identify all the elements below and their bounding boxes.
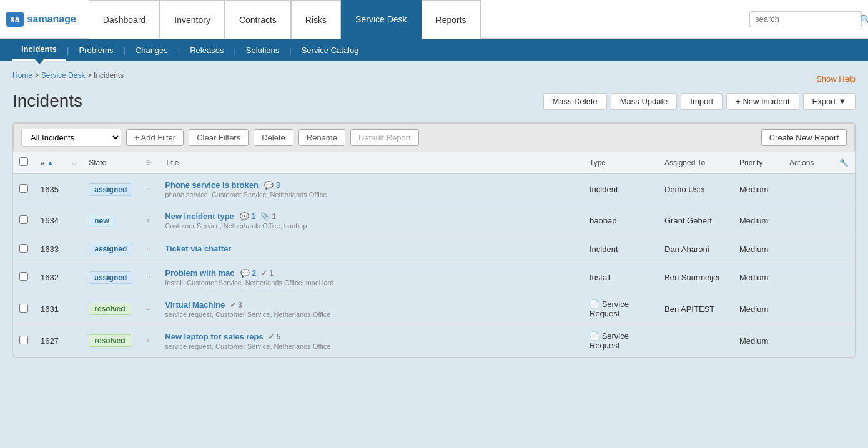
nav-tab-dashboard[interactable]: Dashboard: [89, 0, 160, 39]
row-checkbox[interactable]: [19, 184, 28, 193]
incident-title-link[interactable]: New laptop for sales reps ✓ 5: [165, 332, 280, 341]
check-icon: ✓ 3: [230, 301, 242, 309]
incident-title-link[interactable]: Phone service is broken 💬 3: [165, 180, 280, 190]
eye-icon: ⚬: [145, 336, 152, 346]
row-title: Ticket via chatter: [159, 236, 583, 262]
row-priority: Medium: [733, 262, 783, 293]
show-help-link[interactable]: Show Help: [816, 74, 856, 84]
incident-title-link[interactable]: New incident type 💬 1 📎 1: [165, 212, 276, 221]
chat-icon: 💬 3: [264, 181, 280, 190]
col-header-actions: Actions: [783, 152, 833, 173]
incident-title-link[interactable]: Problem with mac 💬 2 ✓ 1: [165, 268, 274, 278]
state-badge: assigned: [89, 271, 132, 284]
row-type: 📄 Service Request: [583, 293, 658, 325]
subnav-incidents[interactable]: Incidents: [12, 39, 66, 61]
subnav-problems[interactable]: Problems: [70, 39, 122, 61]
row-title: Virtual Machine ✓ 3 service request, Cus…: [159, 293, 583, 325]
eye-icon: 👁: [145, 158, 152, 167]
row-check: [13, 293, 34, 325]
eye-icon: ⚬: [145, 185, 152, 194]
table-row: 1631 resolved ⚬ Virtual Machine ✓ 3 serv…: [13, 293, 855, 325]
page-header: Incidents Mass Delete Mass Update Import…: [12, 91, 856, 111]
table-header-row: # ▲ ○ State 👁 Title Type Assigned To Pri…: [13, 152, 855, 173]
filter-bar: All Incidents + Add Filter Clear Filters…: [13, 123, 855, 152]
row-checkbox[interactable]: [19, 244, 28, 253]
subnav-sep-3: |: [177, 46, 181, 55]
sub-navigation: Incidents | Problems | Changes | Release…: [0, 39, 868, 61]
row-checkbox[interactable]: [19, 336, 28, 344]
eye-icon: ⚬: [145, 245, 152, 254]
import-button[interactable]: Import: [681, 93, 723, 110]
row-state: resolved: [82, 325, 139, 357]
row-state: new: [82, 205, 139, 236]
row-assigned: Ben Suurmeijer: [658, 262, 733, 293]
subnav-servicecatalog[interactable]: Service Catalog: [293, 39, 368, 61]
add-filter-button[interactable]: + Add Filter: [126, 129, 184, 146]
col-header-wrench[interactable]: 🔧: [833, 152, 855, 173]
nav-tab-risks[interactable]: Risks: [291, 0, 341, 39]
col-header-id[interactable]: # ▲: [34, 152, 66, 173]
select-all-checkbox[interactable]: [19, 157, 28, 166]
row-checkbox[interactable]: [19, 215, 28, 224]
row-id: 1631: [34, 293, 66, 325]
export-label: Export: [812, 97, 836, 106]
incidents-table-wrapper: All Incidents + Add Filter Clear Filters…: [12, 122, 856, 358]
incident-title-link[interactable]: Virtual Machine ✓ 3: [165, 300, 242, 309]
row-sort: [66, 293, 82, 325]
state-badge: new: [89, 215, 114, 227]
table-row: 1635 assigned ⚬ Phone service is broken …: [13, 173, 855, 205]
nav-tab-contracts[interactable]: Contracts: [225, 0, 291, 39]
row-eye: ⚬: [139, 205, 159, 236]
create-new-report-button[interactable]: Create New Report: [761, 129, 847, 146]
incident-filter-select[interactable]: All Incidents: [21, 129, 121, 147]
subnav-releases[interactable]: Releases: [181, 39, 232, 61]
row-assigned: [658, 325, 733, 357]
search-input[interactable]: [755, 14, 860, 24]
nav-tab-inventory[interactable]: Inventory: [160, 0, 225, 39]
incident-title-link[interactable]: Ticket via chatter: [165, 244, 231, 253]
logo-name: samanage: [27, 14, 76, 25]
mass-update-button[interactable]: Mass Update: [611, 93, 678, 110]
nav-tab-servicedesk[interactable]: Service Desk: [341, 0, 421, 39]
logo-abbr: sa: [6, 12, 24, 27]
export-dropdown-icon: ▼: [838, 97, 846, 106]
row-assigned: Demo User: [658, 173, 733, 205]
subnav-sep-1: |: [66, 46, 70, 55]
sort-circle-icon: ○: [72, 158, 76, 167]
table-row: 1632 assigned ⚬ Problem with mac 💬 2 ✓ 1…: [13, 262, 855, 293]
new-incident-button[interactable]: + New Incident: [726, 93, 799, 110]
row-type: Incident: [583, 173, 658, 205]
default-report-button[interactable]: Default Report: [350, 129, 419, 146]
row-state: assigned: [82, 236, 139, 262]
incidents-table-body: 1635 assigned ⚬ Phone service is broken …: [13, 173, 855, 357]
row-sort: [66, 325, 82, 357]
mass-delete-button[interactable]: Mass Delete: [543, 93, 607, 110]
main-nav-tabs: Dashboard Inventory Contracts Risks Serv…: [89, 0, 749, 38]
clear-filters-button[interactable]: Clear Filters: [189, 129, 249, 146]
breadcrumb-home[interactable]: Home: [12, 71, 32, 80]
nav-tab-reports[interactable]: Reports: [422, 0, 481, 39]
row-assigned: Grant Gebert: [658, 205, 733, 236]
rename-filter-button[interactable]: Rename: [298, 129, 345, 146]
sort-asc-icon: ▲: [47, 159, 54, 167]
subnav-solutions[interactable]: Solutions: [237, 39, 288, 61]
row-check: [13, 262, 34, 293]
delete-filter-button[interactable]: Delete: [254, 129, 293, 146]
chat-icon: 💬 1: [240, 212, 255, 221]
row-sort: [66, 262, 82, 293]
row-checkbox[interactable]: [19, 304, 28, 313]
row-checkbox[interactable]: [19, 272, 28, 281]
active-indicator: [35, 59, 44, 64]
eye-icon: ⚬: [145, 216, 152, 225]
col-header-sort2[interactable]: ○: [66, 152, 82, 173]
chat-icon: 💬 2: [240, 269, 256, 278]
row-type: Incident: [583, 236, 658, 262]
export-button[interactable]: Export ▼: [803, 93, 856, 110]
incidents-table: # ▲ ○ State 👁 Title Type Assigned To Pri…: [13, 152, 855, 357]
service-request-icon: 📄: [589, 331, 599, 341]
breadcrumb-incidents: Incidents: [94, 71, 124, 80]
subnav-changes[interactable]: Changes: [127, 39, 177, 61]
eye-icon: ⚬: [145, 304, 152, 314]
breadcrumb-servicedesk[interactable]: Service Desk: [41, 71, 86, 80]
col-header-check: [13, 152, 34, 173]
